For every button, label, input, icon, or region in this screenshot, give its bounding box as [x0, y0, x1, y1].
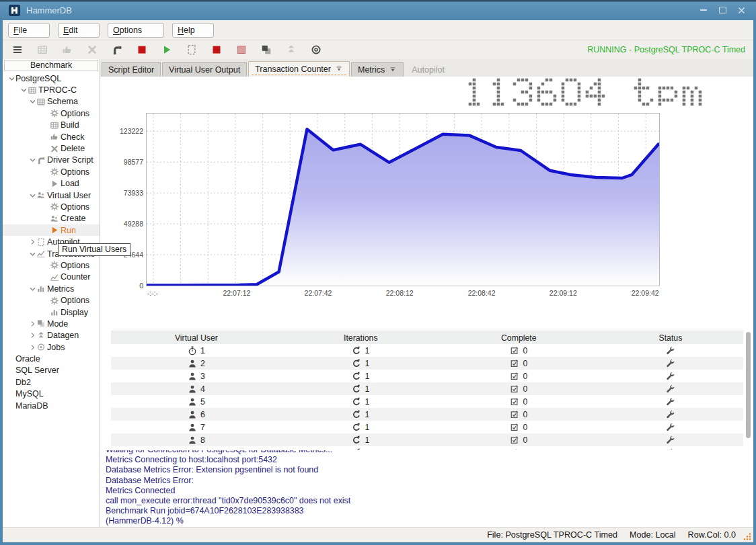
expander-right-icon[interactable]: [29, 321, 36, 327]
maximize-button[interactable]: [717, 5, 728, 15]
tree-item-run[interactable]: Run: [3, 224, 100, 236]
menu-options[interactable]: Options: [108, 23, 164, 38]
expander-down-icon[interactable]: [29, 157, 36, 163]
mode-icon[interactable]: [261, 44, 272, 55]
tree-item-mariadb[interactable]: MariaDB: [3, 400, 100, 411]
tree-item-datagen[interactable]: Datagen: [3, 330, 100, 341]
column-header-virtual-user[interactable]: Virtual User: [111, 333, 282, 343]
wrench-icon: [666, 410, 675, 419]
tree-item-mysql[interactable]: MySQL: [3, 388, 100, 400]
tree-item-build[interactable]: Build: [3, 120, 100, 131]
tree-item-metrics[interactable]: Metrics: [3, 283, 100, 294]
jobs-icon: [36, 343, 46, 351]
table-row[interactable]: 3 1 0: [111, 370, 743, 382]
column-header-iterations[interactable]: Iterations: [282, 333, 440, 343]
tree-item-label: TPROC-C: [38, 85, 77, 95]
expander-spacer: [42, 274, 50, 280]
tree-item-options[interactable]: Options: [3, 108, 100, 119]
stop-all-icon[interactable]: [236, 44, 247, 55]
menu-file[interactable]: File: [8, 23, 50, 38]
tree-item-label: Schema: [47, 97, 78, 106]
tab-virtual-user-output[interactable]: Virtual User Output: [162, 62, 247, 77]
menubar: FileEditOptionsHelp: [3, 20, 753, 40]
tree-item-options[interactable]: Options: [3, 166, 100, 177]
tree-item-display[interactable]: Display: [3, 306, 100, 318]
tree-item-oracle[interactable]: Oracle: [3, 353, 100, 364]
checkbox-icon: [510, 410, 519, 419]
run-virtual-users-icon[interactable]: [161, 44, 172, 55]
menu-edit[interactable]: Edit: [58, 23, 100, 38]
tree-item-schema[interactable]: Schema: [3, 96, 100, 108]
table-row[interactable]: 6 1 0: [111, 408, 743, 421]
tree-item-label: Driver Script: [47, 155, 93, 165]
datagen-icon[interactable]: [286, 44, 297, 55]
table-row[interactable]: 1 1 0: [111, 344, 743, 357]
resize-grip[interactable]: [743, 532, 752, 541]
tree-item-db2[interactable]: Db2: [3, 376, 100, 388]
tree-item-label: SQL Server: [15, 366, 59, 375]
tree-item-create[interactable]: Create: [3, 213, 100, 224]
tree-item-options[interactable]: Options: [3, 259, 100, 271]
table-scrollbar[interactable]: [746, 332, 751, 448]
tree-item-jobs[interactable]: Jobs: [3, 341, 100, 353]
stop-transactions-icon[interactable]: [137, 44, 147, 55]
tab-script-editor[interactable]: Script Editor: [102, 62, 161, 77]
expander-down-icon[interactable]: [29, 192, 36, 199]
delete-schema-icon[interactable]: [87, 44, 98, 55]
tree-item-check[interactable]: Check: [3, 131, 100, 142]
table-row[interactable]: 8 1 0: [111, 433, 743, 446]
tree-item-load[interactable]: Load: [3, 178, 100, 190]
complete-cell: 0: [440, 359, 598, 368]
tree-item-counter[interactable]: Counter: [3, 271, 100, 283]
expander-right-icon[interactable]: [29, 239, 36, 245]
driver-script-icon: [36, 156, 46, 165]
stop-virtual-users-icon[interactable]: [211, 44, 222, 55]
load-driver-script-icon[interactable]: [112, 44, 122, 55]
table-row[interactable]: 4 1 0: [111, 382, 743, 395]
iterations-cell: 1: [282, 346, 440, 355]
tab-transaction-counter[interactable]: Transaction Counter: [248, 61, 350, 77]
tab-autopilot[interactable]: Autopilot: [405, 62, 451, 77]
table-row[interactable]: 9 1 0: [111, 446, 743, 450]
table-row[interactable]: 2 1 0: [111, 357, 743, 370]
table-row[interactable]: 7 1 0: [111, 421, 743, 433]
tree-item-mode[interactable]: Mode: [3, 318, 100, 329]
column-header-complete[interactable]: Complete: [440, 333, 598, 343]
status-cell: [598, 384, 743, 394]
tree-item-driver-script[interactable]: Driver Script: [3, 155, 100, 166]
table-row[interactable]: 5 1 0: [111, 395, 743, 408]
column-header-status[interactable]: Status: [598, 333, 743, 343]
expander-right-icon[interactable]: [29, 344, 36, 351]
tree-item-options[interactable]: Options: [3, 294, 100, 306]
console-log[interactable]: Waiting for Connection to PostgreSQL for…: [106, 450, 744, 527]
expander-down-icon[interactable]: [20, 87, 28, 93]
tab-collapse-icon[interactable]: [336, 66, 343, 73]
tree-item-postgresql[interactable]: PostgreSQL: [3, 73, 100, 84]
tab-collapse-icon[interactable]: [389, 67, 397, 73]
tab-metrics[interactable]: Metrics: [351, 62, 404, 77]
titlebar[interactable]: HammerDB: [0, 0, 756, 20]
expander-down-icon[interactable]: [8, 75, 15, 82]
expander-down-icon[interactable]: [29, 251, 36, 257]
tree-item-sql-server[interactable]: SQL Server: [3, 365, 100, 376]
log-line: Benchmark Run jobid=674A10F2628103E28393…: [106, 506, 744, 516]
tree-item-tproc-c[interactable]: TPROC-C: [3, 84, 100, 95]
scrollbar-thumb[interactable]: [746, 332, 751, 438]
tree-item-delete[interactable]: Delete: [3, 142, 100, 154]
check-schema-icon[interactable]: [62, 44, 73, 55]
expander-down-icon[interactable]: [29, 286, 36, 292]
jobs-icon[interactable]: [311, 44, 322, 55]
menu-icon[interactable]: [12, 44, 23, 55]
minimize-button[interactable]: [698, 5, 709, 15]
tproc-c-icon: [28, 86, 37, 95]
tree-item-virtual-user[interactable]: Virtual User: [3, 190, 100, 201]
vu-cell: 2: [111, 359, 282, 368]
x-axis-tick: 22:08:42: [460, 289, 503, 297]
menu-help[interactable]: Help: [172, 23, 214, 38]
expander-right-icon[interactable]: [29, 332, 36, 339]
tree-item-options[interactable]: Options: [3, 201, 100, 212]
build-schema-icon[interactable]: [37, 44, 48, 55]
close-button[interactable]: [736, 5, 747, 15]
autopilot-icon[interactable]: [186, 44, 197, 55]
expander-down-icon[interactable]: [29, 98, 36, 105]
